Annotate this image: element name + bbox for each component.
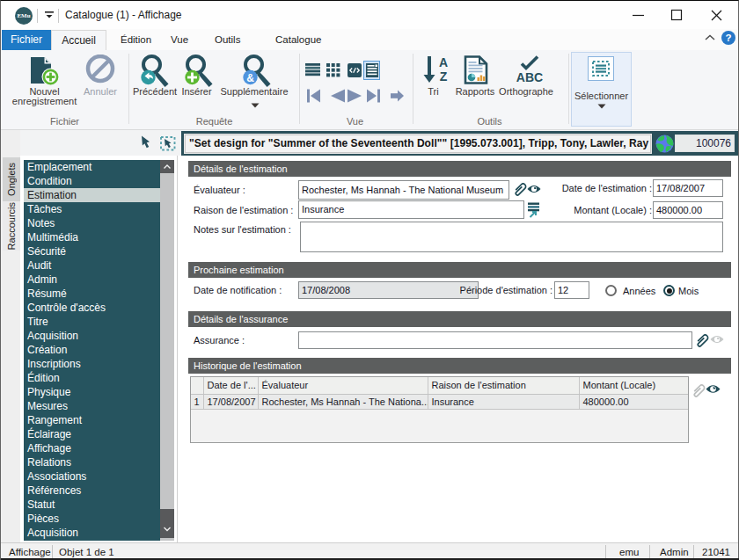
svg-text:&: & [246, 72, 254, 84]
svg-text:A: A [439, 55, 448, 69]
svg-text:ABC: ABC [516, 70, 543, 84]
svg-text:Z: Z [440, 69, 448, 84]
